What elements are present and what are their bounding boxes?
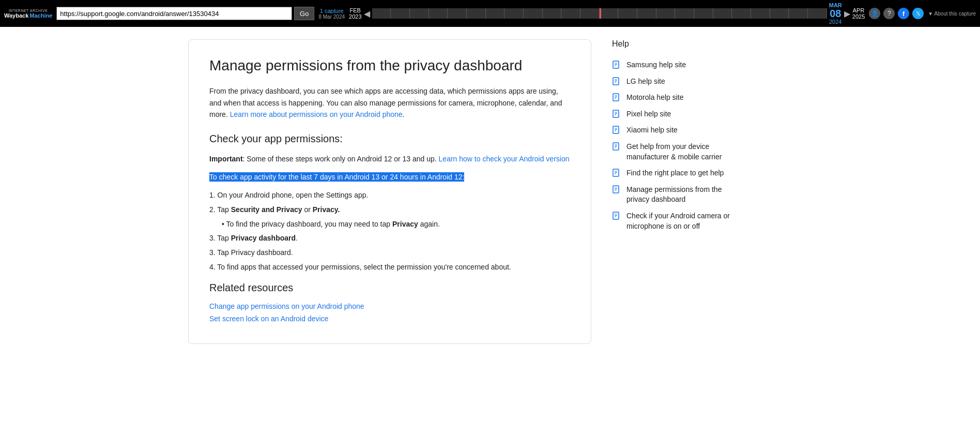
related-resources-heading: Related resources [209,282,570,294]
article-intro: From the privacy dashboard, you can see … [209,85,570,120]
step-2a: To find the privacy dashboard, you may n… [209,218,570,231]
page-wrapper: Manage permissions from the privacy dash… [180,27,800,356]
step2-bold1: Security and Privacy [231,205,302,214]
important-note: Important: Some of these steps work only… [209,153,570,165]
sidebar-doc-icon-0 [612,61,621,70]
wayback-bar: INTERNET ARCHIVE Wayback Machine Go 1 ca… [0,0,980,27]
steps-list: 1. On your Android phone, open the Setti… [209,189,570,274]
sidebar: Help Samsung help site LG help site [612,39,746,344]
sidebar-doc-icon-2 [612,93,621,102]
highlighted-step-paragraph: To check app activity for the last 7 day… [209,173,570,181]
wayback-year-right: APR 2025 [852,7,865,20]
main-content: Manage permissions from the privacy dash… [188,39,591,344]
sidebar-item-manufacturer-help[interactable]: Get help from your device manufacturer &… [612,139,746,165]
step2a-bold: Privacy [392,220,418,228]
wayback-icons: 👤 ? f 𝕏 [869,8,924,19]
sidebar-item-text-6: Find the right place to get help [626,168,724,178]
wayback-word-wayback: Wayback [4,12,28,19]
wayback-word-machine: Machine [29,12,52,19]
wayback-twitter-icon[interactable]: 𝕏 [912,8,924,19]
sidebar-doc-icon-5 [612,142,621,152]
wayback-go-button[interactable]: Go [294,7,314,20]
sidebar-item-motorola[interactable]: Motorola help site [612,89,746,106]
sidebar-doc-icon-1 [612,77,621,86]
important-text: : Some of these steps work only on Andro… [243,155,437,163]
wayback-captures: 1 capture 8 Mar 2024 [318,8,345,20]
step2-bold2: Privacy. [313,205,340,214]
sidebar-doc-icon-6 [612,169,621,178]
check-permissions-heading: Check your app permissions: [209,133,570,145]
sidebar-title: Help [612,39,746,49]
sidebar-item-text-5: Get help from your device manufacturer &… [626,142,746,162]
article-title: Manage permissions from the privacy dash… [209,56,570,75]
sidebar-item-text-4: Xiaomi help site [626,125,678,136]
wayback-next-button[interactable]: ▶ [844,9,850,19]
sidebar-item-text-7: Manage permissions from the privacy dash… [626,185,746,205]
wayback-url-input[interactable] [56,7,292,20]
step-3: 3. Tap Privacy dashboard. [209,232,570,245]
resource-link-0[interactable]: Change app permissions on your Android p… [209,302,570,310]
wayback-timeline: FEB 2023 ◀ MAR 08 2024 ▶ APR 2025 [349,2,865,25]
sidebar-item-find-help[interactable]: Find the right place to get help [612,165,746,182]
sidebar-item-manage-permissions[interactable]: Manage permissions from the privacy dash… [612,182,746,208]
wayback-date-center: MAR 08 2024 [829,2,842,25]
sidebar-doc-icon-7 [612,185,621,195]
step3-bold: Privacy dashboard [231,234,296,242]
sidebar-item-text-0: Samsung help site [626,60,686,70]
sidebar-item-lg[interactable]: LG help site [612,73,746,90]
sidebar-item-text-2: Motorola help site [626,93,684,103]
wayback-year-left: FEB 2023 [349,7,361,20]
step-2: 2. Tap Security and Privacy or Privacy. … [209,204,570,231]
resource-link-1[interactable]: Set screen lock on an Android device [209,315,570,323]
highlighted-step-text: To check app activity for the last 7 day… [209,172,464,182]
step-1: 1. On your Android phone, open the Setti… [209,189,570,202]
sidebar-item-text-1: LG help site [626,77,665,87]
sidebar-item-xiaomi[interactable]: Xiaomi help site [612,122,746,139]
wayback-user-icon[interactable]: 👤 [869,8,880,19]
wayback-facebook-icon[interactable]: f [898,8,909,19]
about-capture-link[interactable]: About this capture [928,11,976,17]
step-4: 3. Tap Privacy dashboard. [209,247,570,259]
sidebar-item-pixel[interactable]: Pixel help site [612,106,746,123]
wayback-logo-top: INTERNET ARCHIVE [9,9,48,12]
sidebar-item-samsung[interactable]: Samsung help site [612,57,746,73]
article-intro-link[interactable]: Learn more about permissions on your And… [230,110,403,118]
wayback-timeline-bar [372,8,827,19]
step-5: 4. To find apps that accessed your permi… [209,261,570,274]
sidebar-item-text-8: Check if your Android camera or micropho… [626,211,746,231]
sidebar-item-text-3: Pixel help site [626,109,671,120]
wayback-url-bar: Go [56,7,314,20]
important-label: Important [209,155,243,163]
sidebar-doc-icon-8 [612,212,621,221]
sidebar-doc-icon-4 [612,126,621,135]
wayback-capture-date: 8 Mar 2024 [318,14,345,20]
wayback-captures-link[interactable]: 1 capture [320,8,344,14]
sidebar-doc-icon-3 [612,110,621,119]
sidebar-item-camera-microphone[interactable]: Check if your Android camera or micropho… [612,208,746,234]
learn-android-version-link[interactable]: Learn how to check your Android version [439,155,570,163]
wayback-logo: INTERNET ARCHIVE Wayback Machine [4,9,52,19]
wayback-help-icon[interactable]: ? [883,8,895,19]
wayback-prev-button[interactable]: ◀ [364,9,370,19]
